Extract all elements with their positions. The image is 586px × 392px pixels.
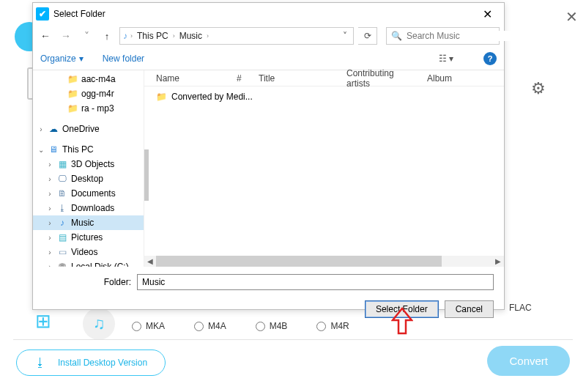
search-input[interactable] [407,31,516,41]
forward-button[interactable]: → [58,30,74,42]
select-folder-button[interactable]: Select Folder [365,300,439,318]
install-desktop-button[interactable]: ⭳ Install Desktop Version [16,350,166,376]
close-icon[interactable]: ✕ [474,4,501,24]
tree-desktop[interactable]: ›🖵Desktop [33,171,144,186]
tree-thispc[interactable]: ⌄🖥This PC [33,142,144,157]
back-button[interactable]: ← [37,30,53,42]
folder-icon: 📁 [156,92,167,102]
refresh-button[interactable]: ⟳ [358,27,377,45]
breadcrumb[interactable]: ♪ › This PC › Music › ˅ [119,27,354,45]
crumb-thispc[interactable]: This PC [136,31,170,41]
column-headers[interactable]: Name # Title Contributing artists Album [144,70,504,86]
dialog-footer: Folder: Select Folder Cancel [33,267,504,325]
col-artists[interactable]: Contributing artists [342,68,423,89]
folder-label: Folder: [43,277,131,287]
chevron-right-icon: › [130,32,133,40]
tree-videos[interactable]: ›▭Videos [33,245,144,259]
cancel-button[interactable]: Cancel [445,300,494,318]
search-box[interactable]: 🔍 [386,27,500,45]
crumb-dropdown-icon[interactable]: ˅ [340,31,350,41]
tree-3dobjects[interactable]: ›▦3D Objects [33,157,144,171]
tree-localdisk[interactable]: ›⛃Local Disk (C:) [33,259,144,267]
gear-icon[interactable]: ⚙ [531,79,546,98]
col-name[interactable]: Name [152,73,232,84]
app-close-icon[interactable]: ✕ [565,8,578,26]
dialog-titlebar: ✔ Select Folder ✕ [33,3,504,25]
tree-documents[interactable]: ›🗎Documents [33,186,144,201]
file-list[interactable]: Name # Title Contributing artists Album … [144,70,504,267]
format-flac[interactable]: FLAC [509,303,532,313]
scroll-left-icon[interactable]: ◀ [144,257,156,265]
scroll-right-icon[interactable]: ▶ [492,257,504,265]
folder-row[interactable]: 📁Converted by Medi... [144,89,504,104]
chevron-down-icon: ▾ [79,53,84,64]
music-icon: ♪ [123,31,127,41]
search-icon: 🔍 [391,31,402,41]
tree-downloads[interactable]: ›⭳Downloads [33,201,144,215]
crumb-music[interactable]: Music [178,31,204,41]
horizontal-scrollbar[interactable]: ◀ ▶ [144,256,504,267]
select-folder-dialog: ✔ Select Folder ✕ ← → ˅ ↑ ♪ › This PC › … [32,2,505,310]
app-icon: ✔ [36,7,49,21]
nav-bar: ← → ˅ ↑ ♪ › This PC › Music › ˅ ⟳ 🔍 [33,25,504,47]
new-folder-button[interactable]: New folder [103,53,144,64]
toolbar: Organize ▾ New folder ☷ ▾ ? [33,47,504,70]
install-label: Install Desktop Version [58,358,147,368]
convert-button[interactable]: Convert [487,346,570,376]
help-icon[interactable]: ? [483,52,497,65]
dialog-title: Select Folder [53,9,105,19]
tree-pictures[interactable]: ›▤Pictures [33,230,144,245]
tree-aac[interactable]: 📁aac-m4a [33,72,144,86]
tree-ra[interactable]: 📁ra - mp3 [33,101,144,116]
tree-ogg[interactable]: 📁ogg-m4r [33,86,144,101]
tree-music[interactable]: ›♪Music [33,215,144,230]
tree-onedrive[interactable]: ›☁OneDrive [33,122,144,136]
up-button[interactable]: ↑ [99,31,115,42]
chevron-right-icon: › [207,32,209,40]
col-title[interactable]: Title [254,73,342,84]
organize-menu[interactable]: Organize ▾ [40,53,84,64]
col-album[interactable]: Album [423,73,456,84]
folder-input[interactable] [137,274,494,290]
history-dropdown-icon[interactable]: ˅ [78,30,94,42]
divider [13,339,573,340]
col-num[interactable]: # [232,73,254,84]
nav-tree[interactable]: 📁aac-m4a 📁ogg-m4r 📁ra - mp3 ›☁OneDrive ⌄… [33,70,144,267]
view-menu[interactable]: ☷ ▾ [434,51,459,67]
chevron-right-icon: › [173,32,175,40]
download-icon: ⭳ [34,356,46,369]
